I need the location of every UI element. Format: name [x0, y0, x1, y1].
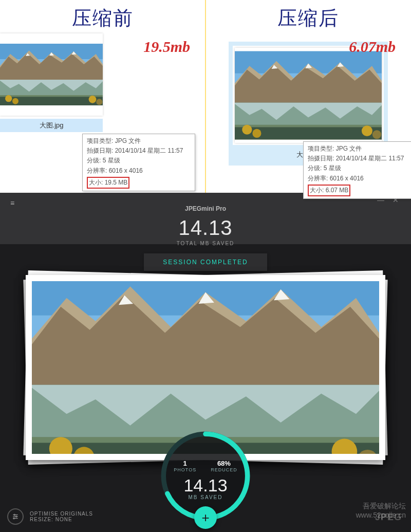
svg-point-15: [16, 516, 17, 517]
reduced-percent: 68%: [211, 460, 237, 467]
tooltip-after: 项目类型: JPG 文件 拍摄日期: 2014/10/14 星期二 11:57 …: [303, 141, 411, 199]
size-after: 6.07mb: [349, 38, 396, 56]
settings-icon[interactable]: [7, 508, 24, 525]
footer-line1: OPTIMISE ORIGINALS: [30, 511, 93, 517]
total-saved-label: TOTAL MB SAVED: [0, 241, 411, 246]
gauge-main-label: MB SAVED: [189, 494, 223, 500]
landscape-icon: [0, 33, 103, 116]
size-before: 19.5mb: [143, 38, 190, 56]
thumb-before[interactable]: 大图.jpg: [0, 33, 103, 132]
landscape-icon: [235, 48, 382, 143]
tooltip-before: 项目类型: JPG 文件 拍摄日期: 2014/10/14 星期二 11:57 …: [82, 134, 195, 191]
gauge-main-value: 14.13: [183, 475, 227, 496]
footer-line2: RESIZE: NONE: [30, 517, 93, 522]
pane-after: 压缩后 6.07mb 大图.jpg 项目类型: JPG 文件 拍摄日期: 201…: [206, 0, 411, 193]
photos-count: 1: [174, 460, 196, 467]
size-highlight: 大小: 6.07 MB: [308, 185, 350, 196]
add-button[interactable]: +: [194, 506, 217, 529]
session-banner: SESSION COMPLETED: [144, 253, 267, 271]
footer-settings[interactable]: OPTIMISE ORIGINALS RESIZE: NONE: [7, 508, 93, 525]
gauge: 1 PHOTOS 68% REDUCED 14.13 MB SAVED +: [157, 427, 254, 525]
divider: [205, 0, 206, 193]
total-saved-value: 14.13: [0, 216, 411, 240]
filename-before: 大图.jpg: [0, 119, 103, 132]
pane-before: 压缩前 19.5mb 大图.jpg 项目类型: JPG 文件 拍摄日期: 201…: [0, 0, 206, 193]
svg-point-13: [14, 514, 15, 515]
label-after: 压缩后: [206, 5, 411, 31]
app-title: JPEGmini Pro: [0, 205, 411, 212]
hamburger-icon[interactable]: ≡: [10, 199, 14, 207]
label-before: 压缩前: [0, 5, 206, 31]
reduced-label: REDUCED: [211, 467, 237, 472]
photos-label: PHOTOS: [174, 467, 196, 472]
size-highlight: 大小: 19.5 MB: [87, 177, 129, 189]
jpegmini-app: ≡ — ✕ JPEGmini Pro 14.13 TOTAL MB SAVED …: [0, 193, 411, 532]
hero-stats: 14.13 TOTAL MB SAVED: [0, 216, 411, 246]
svg-point-17: [13, 518, 14, 519]
brand-logo: JPEG: [375, 512, 402, 523]
